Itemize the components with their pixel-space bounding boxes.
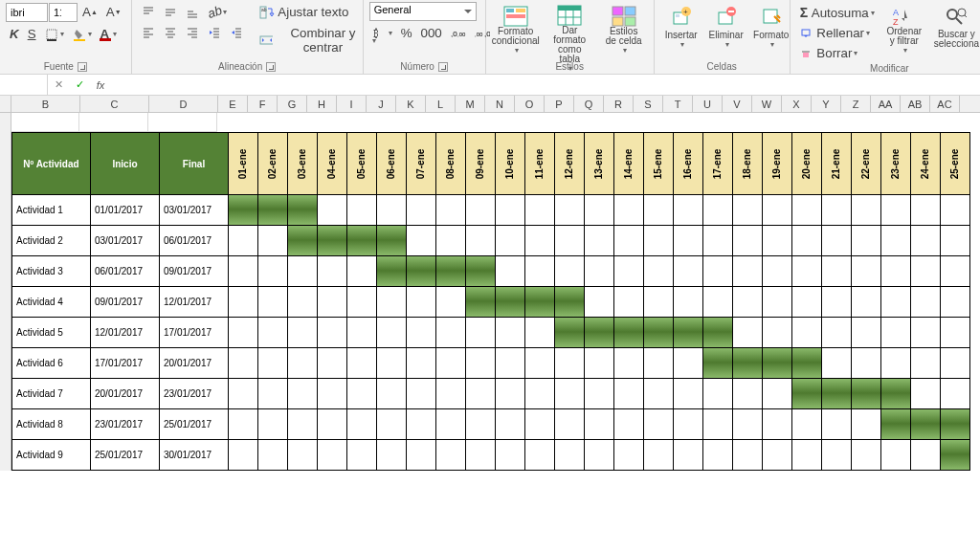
gantt-cell[interactable] bbox=[229, 409, 258, 440]
column-header[interactable]: V bbox=[723, 96, 752, 112]
gantt-cell[interactable] bbox=[852, 256, 881, 287]
gantt-cell[interactable] bbox=[614, 256, 644, 287]
column-header[interactable]: M bbox=[456, 96, 485, 112]
gantt-cell[interactable] bbox=[318, 195, 347, 226]
clear-button[interactable]: Borrar▾ bbox=[796, 43, 879, 63]
gantt-cell[interactable] bbox=[466, 226, 496, 256]
column-header[interactable]: E bbox=[218, 96, 248, 112]
start-date-cell[interactable]: 25/01/2017 bbox=[91, 440, 160, 471]
gantt-cell[interactable] bbox=[911, 348, 941, 379]
column-header[interactable]: AA bbox=[871, 96, 901, 112]
gantt-cell[interactable] bbox=[614, 195, 644, 226]
increase-decimal-button[interactable]: ,0,00 bbox=[447, 25, 470, 42]
gantt-cell[interactable] bbox=[911, 409, 941, 440]
column-header[interactable]: P bbox=[545, 96, 574, 112]
gantt-cell[interactable] bbox=[822, 287, 852, 318]
decrease-font-button[interactable]: A▼ bbox=[102, 2, 125, 22]
gantt-cell[interactable] bbox=[911, 256, 941, 287]
activity-name-cell[interactable]: Actividad 8 bbox=[11, 409, 91, 440]
end-date-cell[interactable]: 03/01/2017 bbox=[160, 195, 229, 226]
end-date-cell[interactable]: 17/01/2017 bbox=[160, 318, 229, 348]
activity-name-cell[interactable]: Actividad 7 bbox=[11, 379, 91, 409]
gantt-cell[interactable] bbox=[585, 287, 614, 318]
start-date-cell[interactable]: 17/01/2017 bbox=[91, 348, 160, 379]
gantt-cell[interactable] bbox=[347, 256, 377, 287]
gantt-cell[interactable] bbox=[674, 318, 703, 348]
gantt-cell[interactable] bbox=[911, 318, 941, 348]
activity-name-cell[interactable]: Actividad 6 bbox=[11, 348, 91, 379]
end-date-cell[interactable]: 25/01/2017 bbox=[160, 409, 229, 440]
gantt-cell[interactable] bbox=[347, 226, 377, 256]
gantt-cell[interactable] bbox=[436, 379, 466, 409]
gantt-cell[interactable] bbox=[466, 379, 496, 409]
sort-filter-button[interactable]: AZOrdenar y filtrar▾ bbox=[881, 2, 927, 57]
column-header[interactable]: W bbox=[752, 96, 782, 112]
numero-dialog-launcher[interactable] bbox=[438, 62, 448, 72]
gantt-cell[interactable] bbox=[822, 348, 852, 379]
gantt-cell[interactable] bbox=[377, 256, 407, 287]
activity-name-cell[interactable]: Actividad 5 bbox=[11, 318, 91, 348]
end-date-cell[interactable]: 20/01/2017 bbox=[160, 348, 229, 379]
gantt-cell[interactable] bbox=[852, 195, 881, 226]
gantt-cell[interactable] bbox=[436, 195, 466, 226]
gantt-cell[interactable] bbox=[288, 440, 318, 471]
column-header[interactable]: AC bbox=[930, 96, 960, 112]
gantt-cell[interactable] bbox=[941, 195, 970, 226]
gantt-cell[interactable] bbox=[288, 226, 318, 256]
gantt-cell[interactable] bbox=[733, 318, 763, 348]
gantt-cell[interactable] bbox=[644, 226, 674, 256]
gantt-cell[interactable] bbox=[792, 226, 822, 256]
gantt-cell[interactable] bbox=[229, 256, 258, 287]
gantt-cell[interactable] bbox=[763, 226, 792, 256]
gantt-cell[interactable] bbox=[614, 379, 644, 409]
gantt-cell[interactable] bbox=[763, 195, 792, 226]
gantt-cell[interactable] bbox=[258, 379, 288, 409]
gantt-cell[interactable] bbox=[496, 348, 525, 379]
gantt-cell[interactable] bbox=[763, 287, 792, 318]
gantt-cell[interactable] bbox=[881, 287, 911, 318]
gantt-cell[interactable] bbox=[258, 226, 288, 256]
column-header[interactable]: K bbox=[396, 96, 426, 112]
gantt-cell[interactable] bbox=[555, 440, 585, 471]
cell-styles-button[interactable]: Estilos de celda▾ bbox=[600, 2, 648, 57]
gantt-cell[interactable] bbox=[644, 348, 674, 379]
fill-button[interactable]: Rellenar▾ bbox=[796, 23, 879, 43]
gantt-cell[interactable] bbox=[585, 318, 614, 348]
gantt-cell[interactable] bbox=[703, 348, 733, 379]
increase-font-button[interactable]: A▲ bbox=[78, 2, 101, 22]
gantt-cell[interactable] bbox=[911, 287, 941, 318]
conditional-format-button[interactable]: Formato condicional▾ bbox=[492, 2, 540, 57]
gantt-cell[interactable] bbox=[555, 409, 585, 440]
gantt-cell[interactable] bbox=[525, 287, 555, 318]
gantt-cell[interactable] bbox=[436, 409, 466, 440]
column-header[interactable]: I bbox=[337, 96, 367, 112]
underline-button[interactable]: S bbox=[24, 24, 40, 44]
bold-button[interactable]: K bbox=[6, 24, 23, 44]
gantt-cell[interactable] bbox=[881, 318, 911, 348]
gantt-cell[interactable] bbox=[674, 409, 703, 440]
activity-name-cell[interactable]: Actividad 9 bbox=[11, 440, 91, 471]
gantt-cell[interactable] bbox=[466, 256, 496, 287]
gantt-cell[interactable] bbox=[347, 440, 377, 471]
gantt-cell[interactable] bbox=[881, 195, 911, 226]
column-header[interactable]: N bbox=[485, 96, 515, 112]
gantt-cell[interactable] bbox=[703, 226, 733, 256]
gantt-cell[interactable] bbox=[288, 348, 318, 379]
gantt-cell[interactable] bbox=[644, 318, 674, 348]
gantt-cell[interactable] bbox=[555, 348, 585, 379]
column-header[interactable]: F bbox=[248, 96, 278, 112]
gantt-cell[interactable] bbox=[347, 348, 377, 379]
align-middle-button[interactable] bbox=[160, 3, 181, 22]
gantt-cell[interactable] bbox=[407, 318, 436, 348]
gantt-cell[interactable] bbox=[525, 348, 555, 379]
gantt-cell[interactable] bbox=[644, 256, 674, 287]
gantt-cell[interactable] bbox=[792, 409, 822, 440]
gantt-cell[interactable] bbox=[881, 440, 911, 471]
start-date-cell[interactable]: 09/01/2017 bbox=[91, 287, 160, 318]
gantt-cell[interactable] bbox=[703, 379, 733, 409]
gantt-cell[interactable] bbox=[644, 379, 674, 409]
column-header[interactable]: U bbox=[693, 96, 723, 112]
column-header[interactable]: O bbox=[515, 96, 545, 112]
gantt-cell[interactable] bbox=[318, 226, 347, 256]
gantt-cell[interactable] bbox=[763, 409, 792, 440]
